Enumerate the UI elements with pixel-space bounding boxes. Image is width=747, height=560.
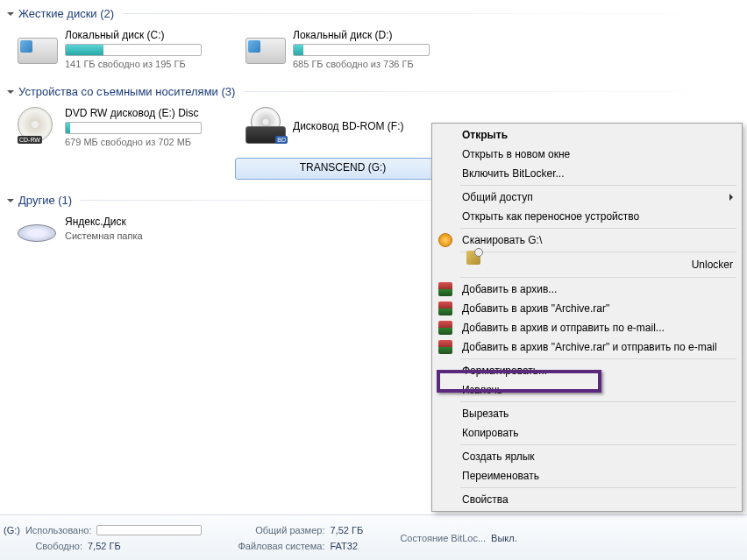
- archive-icon: [438, 340, 452, 354]
- drive-title: Локальный диск (C:): [65, 29, 233, 41]
- hdd-icon: [18, 29, 60, 66]
- status-used-label: Использовано:: [25, 525, 92, 535]
- divider: [244, 91, 747, 92]
- status-total-label: Общий размер:: [237, 525, 324, 535]
- scan-icon: [438, 233, 452, 247]
- group-count: (3): [221, 85, 235, 98]
- drive-subtitle: Системная папка: [65, 230, 233, 241]
- drive-c[interactable]: Локальный диск (C:) 141 ГБ свободно из 1…: [16, 27, 235, 71]
- ufo-icon: [18, 216, 60, 252]
- hdd-icon: [245, 29, 288, 66]
- menu-add-archive[interactable]: Добавить в архив...: [434, 280, 740, 299]
- unlocker-icon: [466, 251, 480, 265]
- menu-archive-rar-email[interactable]: Добавить в архив "Archive.rar" и отправи…: [434, 337, 740, 357]
- drive-free-text: 685 ГБ свободно из 736 ГБ: [293, 59, 461, 69]
- menu-cut[interactable]: Вырезать: [434, 404, 740, 423]
- drive-title: Локальный диск (D:): [293, 29, 461, 41]
- drive-free-text: 141 ГБ свободно из 195 ГБ: [65, 59, 233, 69]
- cdrw-badge: CD-RW: [18, 136, 42, 144]
- bd-icon: BD: [245, 107, 288, 144]
- group-header-removable[interactable]: Устройства со съемными носителями (3): [7, 85, 747, 98]
- menu-add-archive-rar[interactable]: Добавить в архив "Archive.rar": [434, 299, 740, 318]
- menu-share[interactable]: Общий доступ: [434, 188, 740, 207]
- drive-title: DVD RW дисковод (E:) Disc: [65, 107, 233, 119]
- usage-bar: [65, 44, 202, 56]
- drive-free-text: 679 МБ свободно из 702 МБ: [65, 137, 233, 147]
- status-fs-value: FAT32: [330, 541, 358, 551]
- menu-archive-email[interactable]: Добавить в архив и отправить по e-mail..…: [434, 318, 740, 337]
- menu-format[interactable]: Форматировать...: [434, 361, 740, 380]
- context-menu: Открыть Открыть в новом окне Включить Bi…: [431, 123, 743, 512]
- menu-properties[interactable]: Свойства: [434, 490, 740, 509]
- menu-separator: [460, 277, 736, 278]
- drive-title: Яндекс.Диск: [65, 216, 233, 228]
- archive-icon: [438, 282, 452, 296]
- drive-bd[interactable]: BD Дисковод BD-ROM (F:): [244, 105, 463, 149]
- menu-separator: [460, 252, 736, 252]
- menu-bitlocker[interactable]: Включить BitLocker...: [434, 164, 740, 183]
- drive-d[interactable]: Локальный диск (D:) 685 ГБ свободно из 7…: [244, 27, 463, 71]
- status-total-value: 7,52 ГБ: [330, 525, 363, 535]
- menu-unlocker[interactable]: Unlocker: [434, 254, 740, 275]
- menu-separator: [460, 401, 736, 402]
- group-title: Жесткие диски: [18, 7, 97, 20]
- drive-e[interactable]: CD-RW DVD RW дисковод (E:) Disc 679 МБ с…: [16, 105, 235, 149]
- menu-open-new-window[interactable]: Открыть в новом окне: [434, 145, 740, 164]
- menu-separator: [460, 228, 736, 229]
- divider: [123, 13, 747, 14]
- group-count: (1): [58, 194, 72, 207]
- status-bar: (G:) Использовано: Свободно: 7,52 ГБ Общ…: [0, 514, 747, 560]
- status-free-label: Свободно:: [4, 541, 82, 551]
- expand-icon: [7, 199, 14, 202]
- drive-g-selected[interactable]: TRANSCEND (G:): [235, 158, 451, 180]
- status-fs-label: Файловая система:: [237, 541, 324, 551]
- cd-icon: CD-RW: [18, 107, 60, 144]
- status-free-value: 7,52 ГБ: [88, 541, 121, 551]
- usage-bar: [65, 122, 202, 134]
- status-drive-label: (G:): [4, 525, 20, 535]
- archive-icon: [438, 301, 452, 315]
- menu-portable-device[interactable]: Открыть как переносное устройство: [434, 207, 740, 226]
- menu-separator: [460, 185, 736, 186]
- archive-icon: [438, 321, 452, 335]
- menu-copy[interactable]: Копировать: [434, 423, 740, 443]
- status-usage-bar: [96, 525, 202, 535]
- drive-title: TRANSCEND (G:): [241, 161, 445, 174]
- menu-separator: [460, 444, 736, 445]
- menu-create-shortcut[interactable]: Создать ярлык: [434, 447, 740, 466]
- menu-open[interactable]: Открыть: [434, 125, 740, 145]
- group-title: Другие: [18, 194, 55, 207]
- group-title: Устройства со съемными носителями: [18, 85, 218, 98]
- submenu-arrow-icon: [729, 194, 733, 201]
- menu-eject[interactable]: Извлечь: [434, 380, 740, 400]
- drive-title: Дисковод BD-ROM (F:): [293, 120, 404, 132]
- menu-scan[interactable]: Сканировать G:\: [434, 230, 740, 250]
- menu-rename[interactable]: Переименовать: [434, 466, 740, 486]
- expand-icon: [7, 12, 14, 16]
- drive-yandex[interactable]: Яндекс.Диск Системная папка: [16, 214, 235, 254]
- group-count: (2): [100, 7, 114, 20]
- group-header-hdd[interactable]: Жесткие диски (2): [7, 7, 747, 20]
- expand-icon: [7, 90, 14, 94]
- usage-bar: [293, 44, 430, 56]
- status-bitlocker-label: Состояние BitLoc...: [398, 533, 486, 543]
- menu-separator: [460, 358, 736, 359]
- status-bitlocker-value: Выкл.: [491, 533, 517, 543]
- bd-badge: BD: [275, 136, 288, 144]
- menu-separator: [460, 487, 736, 488]
